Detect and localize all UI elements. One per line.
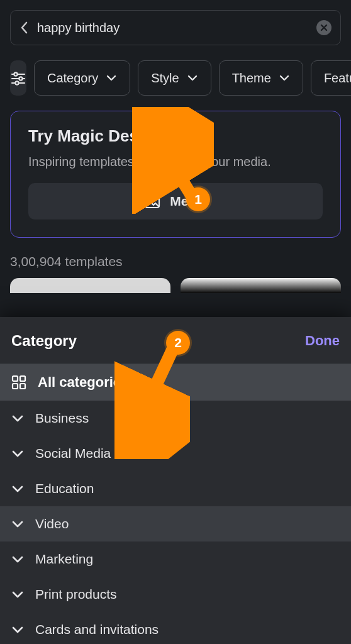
clear-search-icon[interactable] bbox=[316, 20, 332, 35]
chevron-down-icon bbox=[11, 555, 24, 564]
svg-rect-11 bbox=[20, 384, 25, 389]
filter-chip-theme[interactable]: Theme bbox=[219, 60, 303, 96]
category-label: All categories bbox=[38, 374, 128, 391]
beta-badge: BETA bbox=[172, 129, 207, 143]
filter-chip-label: Style bbox=[151, 71, 179, 86]
chevron-down-icon bbox=[187, 74, 198, 82]
category-item-education[interactable]: Education bbox=[0, 471, 351, 506]
chevron-down-icon bbox=[11, 449, 24, 458]
chevron-down-icon bbox=[279, 74, 290, 82]
category-item-print-products[interactable]: Print products bbox=[0, 577, 351, 612]
category-item-cards-invitations[interactable]: Cards and invitations bbox=[0, 612, 351, 644]
magic-design-subtitle: Inspiring templates crafted with your me… bbox=[28, 155, 323, 169]
sliders-icon bbox=[10, 70, 26, 86]
sheet-title: Category bbox=[11, 332, 77, 350]
template-thumbnail[interactable] bbox=[10, 278, 170, 293]
annotation-marker-2: 2 bbox=[166, 331, 190, 355]
category-label: Print products bbox=[35, 587, 117, 602]
filter-chip-label: Theme bbox=[232, 71, 271, 86]
chevron-down-icon bbox=[11, 590, 24, 599]
template-count: 3,00,904 templates bbox=[0, 238, 351, 278]
chevron-down-icon bbox=[11, 484, 24, 493]
svg-point-5 bbox=[15, 81, 18, 84]
media-button[interactable]: Media bbox=[28, 183, 323, 219]
category-label: Business bbox=[35, 411, 89, 426]
category-item-business[interactable]: Business bbox=[0, 401, 351, 436]
annotation-marker-1: 1 bbox=[186, 187, 210, 211]
chevron-down-icon bbox=[11, 519, 24, 528]
filter-chip-style[interactable]: Style bbox=[138, 60, 211, 96]
category-all[interactable]: All categories bbox=[0, 364, 351, 401]
chevron-down-icon bbox=[106, 74, 117, 82]
category-item-video[interactable]: Video bbox=[0, 506, 351, 541]
svg-point-3 bbox=[19, 77, 22, 80]
category-item-social-media[interactable]: Social Media bbox=[0, 436, 351, 471]
filter-row: Category Style Theme Feature bbox=[0, 45, 351, 96]
back-icon[interactable] bbox=[20, 20, 30, 35]
category-label: Cards and invitations bbox=[35, 622, 159, 637]
category-label: Education bbox=[35, 481, 94, 496]
search-input[interactable] bbox=[37, 21, 309, 35]
category-item-marketing[interactable]: Marketing bbox=[0, 541, 351, 577]
filter-chip-category[interactable]: Category bbox=[34, 60, 130, 96]
template-grid bbox=[0, 278, 351, 293]
filter-chip-label: Category bbox=[47, 71, 98, 86]
filter-settings-button[interactable] bbox=[10, 60, 26, 96]
search-bar[interactable] bbox=[10, 10, 341, 45]
category-label: Marketing bbox=[35, 552, 93, 567]
done-button[interactable]: Done bbox=[305, 333, 340, 349]
category-label: Social Media bbox=[35, 446, 111, 461]
svg-rect-8 bbox=[13, 376, 18, 381]
chevron-down-icon bbox=[11, 625, 24, 634]
media-icon bbox=[143, 193, 161, 209]
svg-rect-10 bbox=[13, 384, 18, 389]
category-label: Video bbox=[35, 516, 69, 531]
svg-rect-9 bbox=[20, 376, 25, 381]
chevron-down-icon bbox=[11, 414, 24, 423]
template-thumbnail[interactable] bbox=[181, 278, 341, 293]
svg-point-1 bbox=[14, 72, 17, 75]
magic-design-title: Try Magic Design bbox=[28, 126, 163, 146]
magic-design-card: Try Magic Design BETA Inspiring template… bbox=[10, 111, 341, 238]
grid-icon bbox=[11, 375, 26, 390]
filter-chip-feature[interactable]: Feature bbox=[311, 60, 351, 96]
filter-chip-label: Feature bbox=[324, 71, 351, 86]
category-sheet: Category Done All categories Business So… bbox=[0, 317, 351, 644]
